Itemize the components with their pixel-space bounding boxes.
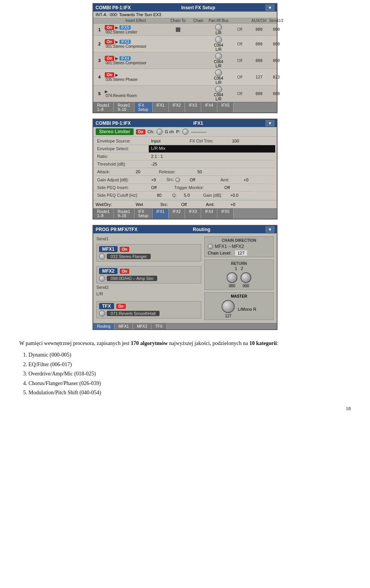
panel2-dropdown[interactable]: ▼: [266, 120, 274, 126]
src-circle[interactable]: [175, 178, 180, 182]
p-circle-btn[interactable]: [182, 129, 188, 135]
list-item: Modulation/Pitch Shift (040-054): [29, 389, 351, 397]
gain-label: Gain Adjust [dB]:: [95, 176, 149, 184]
on-button[interactable]: On: [105, 39, 114, 44]
return-box: RETURN 1 2 000 000: [204, 260, 274, 290]
tab-ifx1[interactable]: IFX1: [153, 102, 169, 112]
row-num: 3: [94, 58, 105, 63]
tfx-on-button[interactable]: On: [116, 304, 126, 309]
chain-to-cell: [166, 27, 190, 32]
mfx1-label: MFX1: [99, 246, 118, 252]
q-val: 5.0: [182, 192, 201, 199]
tab2-ifx-setup[interactable]: IFXSetup: [135, 209, 153, 219]
mfx2-circle[interactable]: [99, 275, 105, 281]
tab2-ifx1[interactable]: IFX1: [153, 209, 169, 219]
tab3-mfx2[interactable]: MFX2: [133, 323, 151, 329]
send1-label: Send1: [96, 236, 109, 241]
tab2-ifx5[interactable]: IFX5: [217, 209, 234, 219]
page-number: 18: [19, 405, 351, 413]
tab-ifx-setup[interactable]: IFXSetup: [135, 102, 153, 112]
effect-name: 002:Stereo Limiter: [105, 30, 166, 34]
row-num: 4: [94, 75, 105, 79]
pan-knob-cell: C064 L/R: [207, 69, 230, 85]
tfx-block: TFX On 071:Reverb SmoothHall: [96, 301, 201, 318]
mfx2-effect-row: 098:0D/HG – Amp Sim: [99, 275, 198, 281]
tab2-ifx2[interactable]: IFX2: [169, 209, 185, 219]
bus-val: Off: [230, 92, 249, 96]
tab2-ifx4[interactable]: IFX4: [201, 209, 217, 219]
mfx1-on-button[interactable]: On: [120, 247, 129, 252]
tfx-label: TFX: [99, 303, 114, 309]
effect-name: 001:Stereo Compressor: [105, 61, 166, 65]
fx-name-block: On ▶ 035:Stereo Phaser: [105, 72, 166, 82]
tab3-routing[interactable]: Routing: [93, 323, 114, 329]
return-1-val: 000: [229, 284, 235, 288]
pan-knob[interactable]: [215, 53, 222, 60]
tab-route9-16[interactable]: Route19–16: [114, 102, 134, 112]
ratio-label: Ratio:: [95, 153, 149, 160]
mfx1-circle[interactable]: [99, 253, 105, 260]
panel3-dropdown[interactable]: ▼: [266, 226, 274, 233]
tab-ifx4[interactable]: IFX4: [201, 102, 217, 112]
tfx-circle[interactable]: [99, 310, 105, 317]
tab-route1-8[interactable]: Route11–8: [93, 102, 114, 112]
pan-knob[interactable]: [215, 69, 222, 76]
intro-paragraph: W pamięci wewnętrznej procesora, zapisan…: [19, 339, 351, 348]
tab-ifx3[interactable]: IFX3: [185, 102, 201, 112]
chain-dir-circle[interactable]: [208, 244, 213, 249]
list-item: Overdrive/Amp/Mic (018-025): [29, 370, 351, 378]
on-button[interactable]: On: [105, 72, 114, 77]
param-section: Envelope Source: Input FX Ctrl Trim: 100…: [93, 137, 277, 200]
tab2-route9-16[interactable]: Route19–16: [114, 209, 134, 219]
fx-name-block: On ▶ IFX3 001:Stereo Compressor: [105, 39, 166, 49]
aux-val: 000: [249, 59, 269, 63]
return-knob-1[interactable]: [227, 272, 237, 283]
amt-label: Amt:: [218, 176, 241, 184]
send-val: 000: [269, 42, 284, 46]
ifx1-on-button[interactable]: On: [136, 129, 145, 134]
table-row: 3 On ▶ IFX4 001:Stereo Compressor C064 L…: [93, 52, 277, 69]
src-label2: Src:: [160, 202, 180, 207]
panel2-header: COMBI P8-1:IFX IFX1 ▼: [93, 119, 277, 127]
return-knob-2[interactable]: [240, 272, 251, 283]
bus-val: Off: [230, 42, 249, 46]
return-2-val: 000: [243, 284, 249, 288]
tab-ifx2[interactable]: IFX2: [169, 102, 185, 112]
send-val: 000: [269, 59, 284, 63]
row-num: 1: [94, 27, 105, 32]
amt-val: +0: [241, 176, 264, 184]
pan-knob[interactable]: [215, 24, 222, 31]
panel1-header: COMBI P8-1:IFX Insert FX Setup ▼: [93, 4, 277, 12]
mfx2-on-button[interactable]: On: [120, 269, 129, 274]
mfx2-block: MFX2 On 098:0D/HG – Amp Sim: [96, 266, 201, 283]
tfx-effect-name: 071:Reverb SmoothHall: [107, 311, 160, 316]
q-label: Q:: [170, 192, 182, 199]
table-row: 5 ▶ 074:Reverb Room C064 L/R Off 000 000: [93, 85, 277, 102]
return-2-label: 2: [241, 266, 243, 271]
p-value: -----------: [191, 129, 206, 134]
return-title: RETURN: [207, 261, 271, 266]
env-select-val: L/R Mix: [149, 145, 275, 152]
tab2-route1-8[interactable]: Route11–8: [93, 209, 114, 219]
chain-dir-arrow: MFX1→MFX2: [215, 244, 244, 249]
panel1-dropdown[interactable]: ▼: [266, 5, 274, 11]
on-button[interactable]: On: [105, 56, 114, 61]
master-knob[interactable]: [222, 300, 235, 313]
pan-knob[interactable]: [215, 36, 222, 43]
amt-label2: Amt:: [206, 202, 229, 207]
lr-mono-label: L/Mono R: [238, 307, 256, 312]
category-list: Dynamic (000-005) EQ/Filter (006-017) Ov…: [29, 351, 351, 397]
tab2-ifx3[interactable]: IFX3: [185, 209, 201, 219]
col-h-chain: Chain: [190, 18, 207, 23]
side-peq-insert-val: Off: [149, 184, 172, 191]
table-row: 4 On ▶ 035:Stereo Phaser C064 L/R Off 12…: [93, 69, 277, 85]
pan-knob[interactable]: [215, 86, 222, 93]
mfx1-effect-row: 032:Stereo Flanger: [99, 253, 198, 260]
ch-circle-btn[interactable]: [156, 129, 163, 135]
col-h-insert: Insert Effect: [105, 18, 166, 23]
tab-ifx5[interactable]: IFX5: [217, 102, 234, 112]
routing-left: Send1 MFX1 On 032:Stereo Flanger: [96, 236, 201, 320]
tab3-mfx1[interactable]: MFX1: [114, 323, 133, 329]
on-button[interactable]: On: [105, 25, 114, 30]
tab3-tfx[interactable]: TFX: [151, 323, 167, 329]
